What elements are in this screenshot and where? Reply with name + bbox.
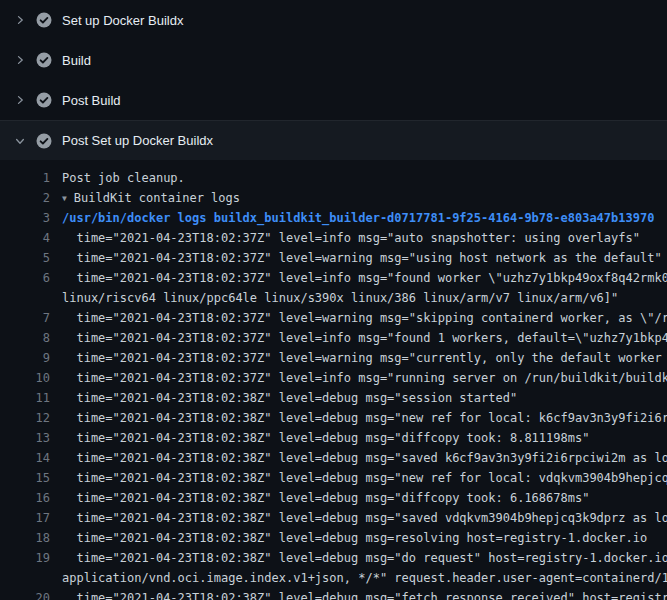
log-line: 15 time="2021-04-23T18:02:38Z" level=deb… — [0, 468, 667, 488]
check-circle-icon — [36, 52, 52, 68]
log-text: time="2021-04-23T18:02:38Z" level=debug … — [50, 548, 667, 568]
step-header-build[interactable]: Build — [0, 40, 667, 80]
step-label: Build — [62, 53, 91, 68]
log-line: 3/usr/bin/docker logs buildx_buildkit_bu… — [0, 208, 667, 228]
log-text: time="2021-04-23T18:02:38Z" level=debug … — [50, 448, 667, 468]
log-line: 8 time="2021-04-23T18:02:37Z" level=info… — [0, 328, 667, 348]
line-number[interactable]: 4 — [0, 228, 50, 248]
line-number[interactable]: 16 — [0, 488, 50, 508]
log-text: Post job cleanup. — [50, 168, 185, 188]
log-text: time="2021-04-23T18:02:38Z" level=debug … — [50, 488, 589, 508]
log-text: time="2021-04-23T18:02:37Z" level=info m… — [50, 228, 640, 248]
log-text: time="2021-04-23T18:02:37Z" level=warnin… — [50, 248, 662, 268]
log-text: linux/riscv64 linux/ppc64le linux/s390x … — [50, 288, 618, 308]
line-number[interactable]: 5 — [0, 248, 50, 268]
log-line-continuation: linux/riscv64 linux/ppc64le linux/s390x … — [0, 288, 667, 308]
log-line: 7 time="2021-04-23T18:02:37Z" level=warn… — [0, 308, 667, 328]
log-line: 12 time="2021-04-23T18:02:38Z" level=deb… — [0, 408, 667, 428]
line-number[interactable]: 6 — [0, 268, 50, 288]
log-line: 6 time="2021-04-23T18:02:37Z" level=info… — [0, 268, 667, 288]
check-circle-icon — [36, 92, 52, 108]
log-line: 19 time="2021-04-23T18:02:38Z" level=deb… — [0, 548, 667, 568]
line-number[interactable]: 20 — [0, 588, 50, 600]
log-text: time="2021-04-23T18:02:38Z" level=debug … — [50, 588, 667, 600]
log-text: time="2021-04-23T18:02:38Z" level=debug … — [50, 468, 667, 488]
log-text: time="2021-04-23T18:02:38Z" level=debug … — [50, 388, 517, 408]
line-number[interactable]: 13 — [0, 428, 50, 448]
line-number[interactable]: 10 — [0, 368, 50, 388]
step-list: Set up Docker BuildxBuildPost BuildPost … — [0, 0, 667, 160]
line-number[interactable]: 18 — [0, 528, 50, 548]
check-circle-icon — [36, 133, 52, 149]
step-label: Post Build — [62, 93, 121, 108]
step-label: Post Set up Docker Buildx — [62, 133, 213, 148]
chevron-right-icon — [12, 12, 28, 28]
log-line: 17 time="2021-04-23T18:02:38Z" level=deb… — [0, 508, 667, 528]
line-number[interactable]: 14 — [0, 448, 50, 468]
step-header-post-build[interactable]: Post Build — [0, 80, 667, 120]
log-line: 9 time="2021-04-23T18:02:37Z" level=warn… — [0, 348, 667, 368]
line-number[interactable]: 9 — [0, 348, 50, 368]
line-number[interactable]: 12 — [0, 408, 50, 428]
log-area: 1Post job cleanup.2▼BuildKit container l… — [0, 160, 667, 600]
log-text: time="2021-04-23T18:02:37Z" level=info m… — [50, 328, 667, 348]
log-text: time="2021-04-23T18:02:37Z" level=warnin… — [50, 308, 667, 328]
line-number[interactable]: 15 — [0, 468, 50, 488]
log-line: 20 time="2021-04-23T18:02:38Z" level=deb… — [0, 588, 667, 600]
line-number — [0, 288, 50, 308]
log-text: time="2021-04-23T18:02:37Z" level=info m… — [50, 268, 667, 288]
line-number — [0, 568, 50, 588]
chevron-right-icon — [12, 92, 28, 108]
log-text: time="2021-04-23T18:02:38Z" level=debug … — [50, 408, 667, 428]
step-label: Set up Docker Buildx — [62, 13, 183, 28]
step-header-set-up-docker-buildx[interactable]: Set up Docker Buildx — [0, 0, 667, 40]
line-number[interactable]: 1 — [0, 168, 50, 188]
log-line-continuation: application/vnd.oci.image.index.v1+json,… — [0, 568, 667, 588]
command-text: /usr/bin/docker logs buildx_buildkit_bui… — [50, 208, 654, 228]
disclosure-triangle-icon[interactable]: ▼ — [62, 189, 67, 208]
step-header-post-set-up-docker-buildx[interactable]: Post Set up Docker Buildx — [0, 120, 667, 160]
log-line: 13 time="2021-04-23T18:02:38Z" level=deb… — [0, 428, 667, 448]
log-line: 1Post job cleanup. — [0, 168, 667, 188]
line-number[interactable]: 2 — [0, 188, 50, 208]
log-line: 11 time="2021-04-23T18:02:38Z" level=deb… — [0, 388, 667, 408]
line-number[interactable]: 11 — [0, 388, 50, 408]
check-circle-icon — [36, 12, 52, 28]
chevron-right-icon — [12, 52, 28, 68]
log-text: ▼BuildKit container logs — [50, 188, 240, 208]
log-text: time="2021-04-23T18:02:38Z" level=debug … — [50, 528, 647, 548]
log-line: 4 time="2021-04-23T18:02:37Z" level=info… — [0, 228, 667, 248]
log-text: time="2021-04-23T18:02:37Z" level=warnin… — [50, 348, 667, 368]
line-number[interactable]: 7 — [0, 308, 50, 328]
log-line: 5 time="2021-04-23T18:02:37Z" level=warn… — [0, 248, 667, 268]
log-line: 14 time="2021-04-23T18:02:38Z" level=deb… — [0, 448, 667, 468]
log-line: 18 time="2021-04-23T18:02:38Z" level=deb… — [0, 528, 667, 548]
log-line: 2▼BuildKit container logs — [0, 188, 667, 208]
line-number[interactable]: 8 — [0, 328, 50, 348]
log-line: 16 time="2021-04-23T18:02:38Z" level=deb… — [0, 488, 667, 508]
line-number[interactable]: 19 — [0, 548, 50, 568]
actions-log-viewer: Set up Docker BuildxBuildPost BuildPost … — [0, 0, 667, 600]
log-line: 10 time="2021-04-23T18:02:37Z" level=inf… — [0, 368, 667, 388]
chevron-down-icon — [12, 133, 28, 149]
line-number[interactable]: 17 — [0, 508, 50, 528]
line-number[interactable]: 3 — [0, 208, 50, 228]
log-text: time="2021-04-23T18:02:37Z" level=info m… — [50, 368, 667, 388]
log-text: time="2021-04-23T18:02:38Z" level=debug … — [50, 508, 667, 528]
log-text: application/vnd.oci.image.index.v1+json,… — [50, 568, 667, 588]
log-text: time="2021-04-23T18:02:38Z" level=debug … — [50, 428, 589, 448]
